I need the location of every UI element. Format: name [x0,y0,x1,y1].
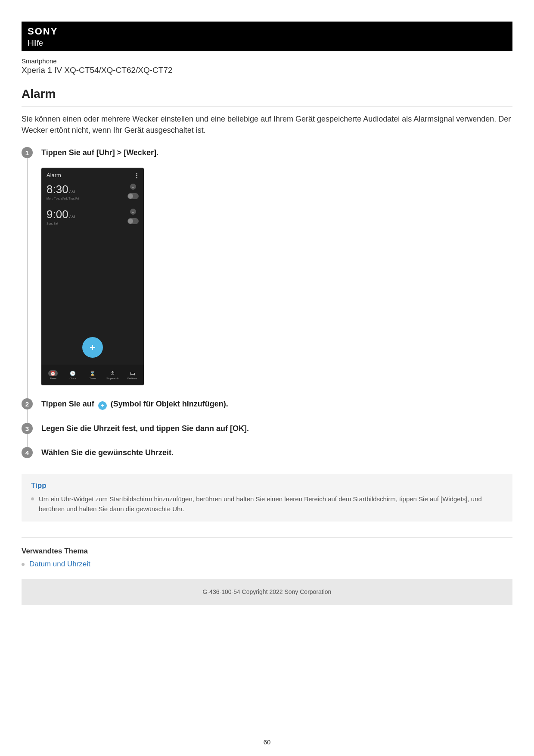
bed-icon: 🛏 [127,370,137,376]
add-icon: + [98,401,107,410]
nav-tab-bedtime[interactable]: 🛏 Bedtime [122,370,142,380]
step-1-number-badge: 1 [22,147,33,158]
overflow-menu-icon[interactable]: ⋮ [134,172,139,178]
step-3-number-badge: 3 [22,423,33,434]
nav-label-timer: Timer [89,377,96,380]
tip-list: Um ein Uhr-Widget zum Startbildschirm hi… [31,494,503,514]
step-1: 1 Tippen Sie auf [Uhr] > [Wecker]. Alarm… [22,147,512,385]
page-container: SONY Hilfe Smartphone Xperia 1 IV XQ-CT5… [0,0,534,756]
nav-label-bedtime: Bedtime [127,377,137,380]
nav-label-clock: Clock [69,377,76,380]
alarm-1-time: 8:30 [47,183,68,196]
add-alarm-fab[interactable]: + [82,337,103,358]
alarm-1-days: Mon, Tue, Wed, Thu, Fri [47,197,139,200]
alarm-1-ampm: AM [69,190,75,194]
related-list: Datum und Uhrzeit [22,560,512,569]
chevron-down-icon[interactable]: ⌄ [130,184,136,190]
step-2-title-after: (Symbol für Objekt hinzufügen). [109,400,228,408]
step-3: 3 Legen Sie die Uhrzeit fest, und tippen… [22,423,512,434]
nav-label-alarm: Alarm [50,377,56,380]
step-2-number-badge: 2 [22,398,33,409]
clock-icon: 🕒 [68,370,78,376]
alarm-2-toggle[interactable] [127,218,139,224]
hourglass-icon: ⌛ [88,370,97,376]
related-divider [22,537,512,537]
nav-tab-timer[interactable]: ⌛ Timer [83,370,102,380]
tip-box: Tipp Um ein Uhr-Widget zum Startbildschi… [22,474,512,522]
nav-tab-stopwatch[interactable]: ⏱ Stopwatch [102,370,122,380]
page-title: Alarm [22,87,512,101]
top-header-bar: SONY Hilfe [22,22,512,51]
related-heading: Verwandtes Thema [22,547,512,556]
chevron-down-icon[interactable]: ⌄ [130,209,136,215]
device-category: Smartphone [22,57,512,65]
footer-copyright: G-436-100-54 Copyright 2022 Sony Corpora… [22,579,512,605]
phone-app-title: Alarm [47,172,61,178]
alarm-2-days: Sun, Sat [47,222,139,225]
step-2-title: Tippen Sie auf + (Symbol für Objekt hinz… [41,398,512,410]
step-2-title-before: Tippen Sie auf [41,400,96,408]
title-divider [22,106,512,106]
step-4-title: Wählen Sie die gewünschte Uhrzeit. [41,447,512,458]
step-4: 4 Wählen Sie die gewünschte Uhrzeit. [22,447,512,458]
step-4-number-badge: 4 [22,447,33,458]
phone-bottom-nav: ⏰ Alarm 🕒 Clock ⌛ Timer ⏱ Stopwatch [41,365,144,385]
nav-label-stopwatch: Stopwatch [106,377,118,380]
nav-tab-alarm[interactable]: ⏰ Alarm [43,370,63,380]
nav-tab-clock[interactable]: 🕒 Clock [63,370,83,380]
tip-heading: Tipp [31,481,503,490]
alarm-entry-1[interactable]: 8:30AM Mon, Tue, Wed, Thu, Fri ⌄ [41,181,144,206]
tip-item-1: Um ein Uhr-Widget zum Startbildschirm hi… [31,494,503,514]
step-1-title: Tippen Sie auf [Uhr] > [Wecker]. [41,147,512,158]
step-list: 1 Tippen Sie auf [Uhr] > [Wecker]. Alarm… [22,147,512,458]
alarm-2-ampm: AM [69,215,75,219]
device-model: Xperia 1 IV XQ-CT54/XQ-CT62/XQ-CT72 [22,66,512,75]
intro-text: Sie können einen oder mehrere Wecker ein… [22,113,512,136]
related-link-datetime[interactable]: Datum und Uhrzeit [29,560,90,568]
page-number: 60 [0,738,534,746]
help-label: Hilfe [28,39,506,48]
phone-app-header: Alarm ⋮ [41,168,144,181]
related-item-1: Datum und Uhrzeit [22,560,512,569]
phone-screenshot: Alarm ⋮ 8:30AM Mon, Tue, Wed, Thu, Fri ⌄ [41,168,144,385]
stopwatch-icon: ⏱ [108,370,117,376]
alarm-icon: ⏰ [48,370,58,376]
step-2: 2 Tippen Sie auf + (Symbol für Objekt hi… [22,398,512,410]
alarm-1-toggle[interactable] [127,193,139,199]
step-3-title: Legen Sie die Uhrzeit fest, und tippen S… [41,423,512,434]
brand-logo: SONY [28,26,506,37]
alarm-2-time: 9:00 [47,208,68,221]
alarm-entry-2[interactable]: 9:00AM Sun, Sat ⌄ [41,206,144,231]
